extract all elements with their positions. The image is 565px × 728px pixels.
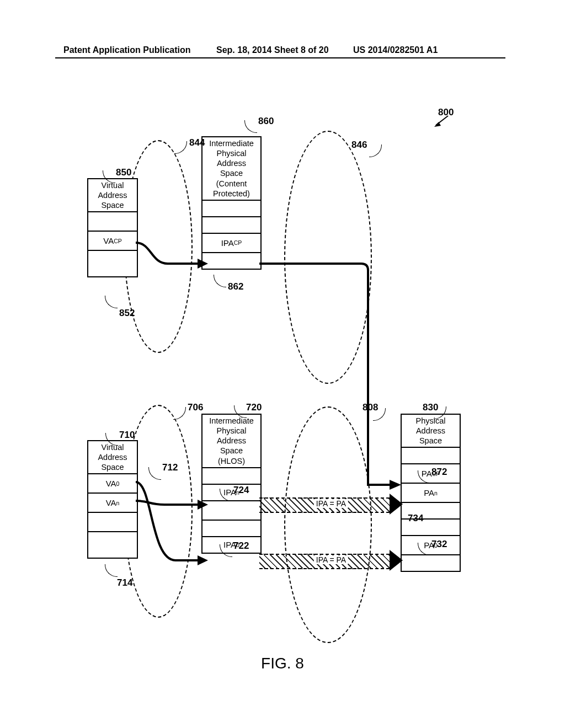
va-bot-row-3 [88,531,137,558]
ref-846: 846 [351,140,367,151]
ref-862: 862 [228,281,243,292]
ref-720: 720 [246,402,262,413]
ref-800-arrow [434,115,450,127]
ref-734: 734 [408,513,423,524]
va-top-box: Virtual Address Space VACP [87,178,138,277]
leader-714 [105,564,118,577]
leader-862 [214,275,226,287]
ref-850: 850 [116,167,131,178]
ipa-bot-box: Intermediate Physical Address Space (HLO… [201,414,262,554]
ref-852: 852 [119,308,135,319]
leader-844 [174,141,187,154]
figure-caption: FIG. 8 [0,655,565,672]
leader-846 [369,144,382,157]
va-bot-row-2 [88,512,137,531]
pa-row-6 [402,554,460,571]
map-arrow-bot: IPA = PA [259,550,403,571]
ipa-bot-row-2 [202,500,260,520]
pa-box: Physical Address Space PACP PAn PA0 [401,414,461,572]
va-top-title: Virtual Address Space [88,179,137,211]
ipa-top-row-ipacp: IPACP [202,233,260,252]
ipa-top-row-3 [202,252,260,269]
header-right: US 2014/0282501 A1 [353,45,438,55]
stage2-oval-bot [284,406,372,643]
page: Patent Application Publication Sep. 18, … [0,0,565,728]
ref-732: 732 [431,539,447,550]
ref-872: 872 [431,467,447,478]
va-bot-row-va0: VA0 [88,473,137,493]
map-arrow-bot-label: IPA = PA [314,555,348,564]
header-left: Patent Application Publication [63,45,191,55]
ref-860: 860 [258,116,274,127]
arrow-vacp-to-ipacp [136,242,210,272]
va-bot-row-van: VAn [88,493,137,512]
pa-title: Physical Address Space [402,415,460,447]
ipa-top-title: Intermediate Physical Address Space (Con… [202,137,260,200]
ref-710: 710 [119,430,135,441]
va-top-row-0 [88,211,137,231]
leader-722 [220,544,232,557]
ref-714: 714 [117,577,132,588]
leader-860 [244,120,257,133]
map-arrow-top: IPA = PA [259,494,403,515]
ipa-bot-row-3 [202,520,260,536]
header-rule [55,57,505,58]
leader-852 [105,296,118,308]
leader-706 [173,407,186,420]
va-top-row-vacp: VACP [88,231,137,250]
pa-row-0 [402,447,460,463]
va-top-row-2 [88,250,137,276]
pa-row-pacp: PACP [402,463,460,483]
va-bot-title: Virtual Address Space [88,441,137,473]
pa-row-pa0: PA0 [402,535,460,554]
ref-724: 724 [233,485,249,496]
ref-844: 844 [189,137,205,148]
ref-706: 706 [188,402,203,413]
header-center: Sep. 18, 2014 Sheet 8 of 20 [216,45,329,55]
ipa-bot-row-0 [202,467,260,484]
ipa-top-row-1 [202,216,260,233]
pa-row-pan: PAn [402,483,460,502]
ref-712: 712 [162,462,178,473]
ipa-top-box: Intermediate Physical Address Space (Con… [201,136,262,270]
ref-722: 722 [233,540,249,552]
arrow-van-to-ipan [136,499,210,516]
ipa-top-row-0 [202,200,260,216]
va-bot-box: Virtual Address Space VA0 VAn [87,440,138,559]
ipa-bot-title: Intermediate Physical Address Space (HLO… [202,415,260,467]
arrow-va0-to-ipa0 [136,480,210,566]
map-arrow-top-label: IPA = PA [314,499,348,508]
